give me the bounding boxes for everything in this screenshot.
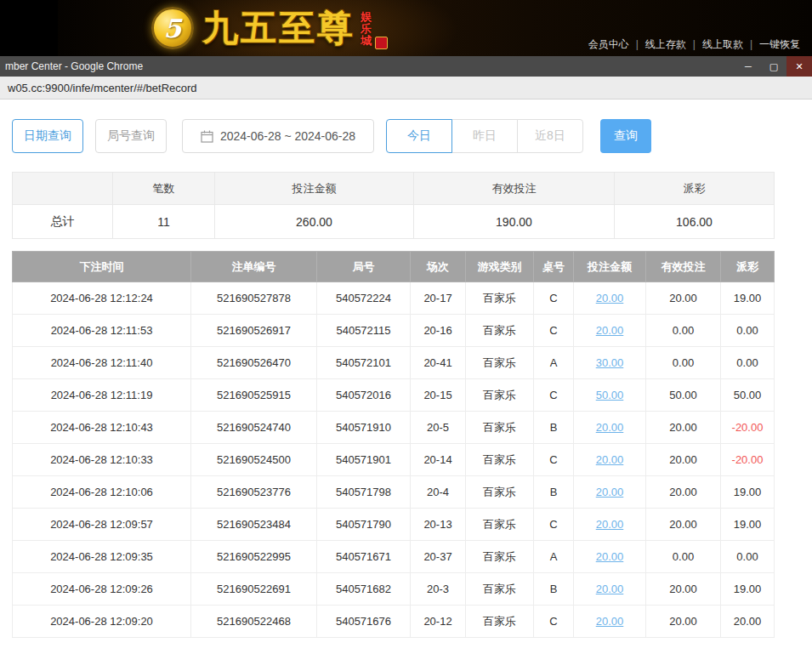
summary-total-row: 总计11260.00190.00106.00 [13, 205, 775, 239]
round-id-cell: 540572016 [317, 379, 411, 412]
left-black-strip [0, 0, 58, 56]
search-button[interactable]: 查询 [600, 119, 651, 153]
summary-header-cell: 派彩 [615, 173, 775, 205]
bet-table-header-cell: 注单编号 [191, 252, 317, 282]
bet-table-header-cell: 场次 [411, 252, 466, 282]
bet-time-cell: 2024-06-28 12:09:26 [13, 573, 191, 606]
game-type-cell: 百家乐 [466, 315, 534, 347]
summary-value-cell: 总计 [13, 205, 113, 239]
valid-bet-cell: 0.00 [646, 541, 721, 573]
bet-amount-link[interactable]: 20.00 [596, 486, 624, 498]
table-row: 2024-06-28 12:10:06521690523776540571798… [13, 476, 775, 509]
window-titlebar: mber Center - Google Chrome ─ ▢ ✕ [0, 56, 812, 77]
table-no-cell: C [534, 606, 574, 638]
session-cell: 20-3 [411, 573, 466, 606]
bet-time-cell: 2024-06-28 12:10:43 [13, 412, 191, 444]
round-id-cell: 540571910 [317, 412, 411, 444]
bet-amount-link[interactable]: 20.00 [596, 550, 624, 563]
date-query-tab[interactable]: 日期查询 [12, 119, 83, 153]
table-no-cell: C [534, 444, 574, 476]
game-type-cell: 百家乐 [466, 347, 534, 379]
session-cell: 20-15 [411, 379, 466, 412]
bet-amount-link[interactable]: 20.00 [596, 292, 624, 304]
payout-cell: 19.00 [721, 573, 775, 606]
valid-bet-cell: 0.00 [646, 347, 721, 379]
bet-amount-cell[interactable]: 20.00 [574, 541, 646, 573]
round-id-cell: 540571798 [317, 476, 411, 509]
payout-cell: 50.00 [721, 379, 775, 412]
badge-char: 娱 [361, 11, 372, 23]
summary-header-cell [13, 173, 113, 205]
date-range-input[interactable]: 2024-06-28 ~ 2024-06-28 [182, 119, 374, 153]
bet-time-cell: 2024-06-28 12:09:57 [13, 509, 191, 541]
window-title: mber Center - Google Chrome [5, 60, 735, 72]
summary-header-row: 笔数投注金额有效投注派彩 [13, 173, 775, 205]
bet-amount-cell[interactable]: 20.00 [574, 573, 646, 606]
game-type-cell: 百家乐 [466, 573, 534, 606]
table-row: 2024-06-28 12:09:57521690523484540571790… [13, 509, 775, 541]
table-no-cell: A [534, 347, 574, 379]
valid-bet-cell: 20.00 [646, 412, 721, 444]
valid-bet-cell: 0.00 [646, 315, 721, 347]
bet-amount-link[interactable]: 20.00 [596, 421, 624, 434]
table-no-cell: B [534, 476, 574, 509]
quick-range-button[interactable]: 今日 [386, 119, 452, 153]
bet-table-header-row: 下注时间注单编号局号场次游戏类别桌号投注金额有效投注派彩 [13, 252, 775, 282]
payout-cell: -20.00 [721, 444, 775, 476]
valid-bet-cell: 20.00 [646, 476, 721, 509]
game-type-cell: 百家乐 [466, 476, 534, 509]
bet-amount-link[interactable]: 20.00 [596, 615, 624, 628]
order-id-cell: 521690525915 [191, 379, 317, 412]
bet-amount-cell[interactable]: 20.00 [574, 476, 646, 509]
bet-time-cell: 2024-06-28 12:11:53 [13, 315, 191, 347]
bet-amount-link[interactable]: 20.00 [596, 453, 624, 466]
session-cell: 20-12 [411, 606, 466, 638]
main-content: 日期查询 局号查询 2024-06-28 ~ 2024-06-28 今日昨日近8… [0, 100, 812, 638]
maximize-icon[interactable]: ▢ [761, 56, 786, 77]
top-nav-link[interactable]: 会员中心 [582, 38, 636, 50]
url-text: w05.cc:9900/infe/mcenter/#/betRecord [8, 82, 197, 94]
top-nav-link[interactable]: 线上存款 [639, 38, 693, 50]
table-no-cell: B [534, 573, 574, 606]
bet-amount-link[interactable]: 20.00 [596, 583, 624, 595]
table-no-cell: C [534, 282, 574, 315]
calendar-icon [201, 130, 213, 143]
bet-amount-cell[interactable]: 20.00 [574, 606, 646, 638]
bet-amount-link[interactable]: 20.00 [596, 518, 624, 531]
valid-bet-cell: 50.00 [646, 379, 721, 412]
bet-amount-cell[interactable]: 20.00 [574, 509, 646, 541]
valid-bet-cell: 20.00 [646, 282, 721, 315]
bet-amount-cell[interactable]: 50.00 [574, 379, 646, 412]
close-icon[interactable]: ✕ [786, 56, 812, 77]
minimize-icon[interactable]: ─ [735, 56, 761, 77]
bet-time-cell: 2024-06-28 12:10:33 [13, 444, 191, 476]
bet-amount-cell[interactable]: 20.00 [574, 282, 646, 315]
table-row: 2024-06-28 12:09:20521690522468540571676… [13, 606, 775, 638]
payout-cell: 19.00 [721, 509, 775, 541]
session-cell: 20-16 [411, 315, 466, 347]
table-row: 2024-06-28 12:10:33521690524500540571901… [13, 444, 775, 476]
quick-range-button[interactable]: 近8日 [517, 119, 583, 153]
round-id-cell: 540571901 [317, 444, 411, 476]
table-row: 2024-06-28 12:10:43521690524740540571910… [13, 412, 775, 444]
bet-time-cell: 2024-06-28 12:09:35 [13, 541, 191, 573]
bet-time-cell: 2024-06-28 12:11:19 [13, 379, 191, 412]
bet-amount-cell[interactable]: 20.00 [574, 412, 646, 444]
address-bar[interactable]: w05.cc:9900/infe/mcenter/#/betRecord [0, 77, 812, 100]
bet-amount-link[interactable]: 30.00 [596, 356, 624, 369]
top-nav-link[interactable]: 线上取款 [696, 38, 750, 50]
summary-value-cell: 260.00 [215, 205, 414, 239]
bet-amount-link[interactable]: 20.00 [596, 324, 624, 337]
badge-char: 乐 [361, 23, 372, 35]
bet-table-header-cell: 有效投注 [646, 252, 721, 282]
round-query-tab[interactable]: 局号查询 [95, 119, 167, 153]
top-nav-link[interactable]: 一键恢复 [752, 38, 807, 50]
round-id-cell: 540572115 [317, 315, 411, 347]
bet-amount-cell[interactable]: 20.00 [574, 315, 646, 347]
quick-range-button[interactable]: 昨日 [451, 119, 518, 153]
bet-amount-link[interactable]: 50.00 [596, 389, 624, 401]
table-row: 2024-06-28 12:11:19521690525915540572016… [13, 379, 775, 412]
bet-amount-cell[interactable]: 20.00 [574, 444, 646, 476]
bet-amount-cell[interactable]: 30.00 [574, 347, 646, 379]
bet-records-table: 下注时间注单编号局号场次游戏类别桌号投注金额有效投注派彩 2024-06-28 … [12, 251, 775, 638]
